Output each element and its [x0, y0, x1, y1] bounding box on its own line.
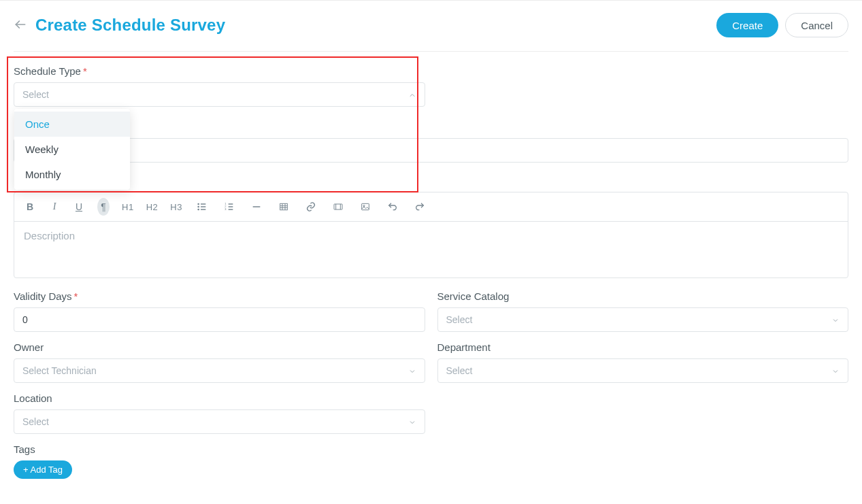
service-catalog-label: Service Catalog [437, 290, 849, 302]
description-field: Description B I U ¶ H1 H2 H3 123 [14, 175, 848, 278]
owner-label: Owner [14, 341, 425, 353]
tags-field: Tags + Add Tag [14, 443, 848, 479]
schedule-type-option-monthly[interactable]: Monthly [14, 162, 130, 187]
name-field [14, 138, 848, 163]
schedule-type-field: Schedule Type* Select Once Weekly Monthl… [14, 65, 425, 107]
schedule-type-dropdown: Once Weekly Monthly [14, 109, 130, 190]
editor-toolbar: B I U ¶ H1 H2 H3 123 [14, 192, 848, 222]
location-field: Location Select [14, 392, 425, 434]
svg-rect-19 [334, 204, 342, 209]
page-title: Create Schedule Survey [35, 16, 225, 35]
italic-icon[interactable]: I [48, 199, 61, 214]
svg-rect-14 [280, 203, 288, 209]
bold-icon[interactable]: B [24, 199, 36, 214]
owner-field: Owner Select Technician [14, 341, 425, 383]
department-placeholder: Select [446, 365, 473, 376]
create-schedule-survey-panel: Create Schedule Survey Create Cancel Sch… [0, 0, 862, 504]
tags-label: Tags [14, 443, 848, 455]
schedule-type-select[interactable]: Select Once Weekly Monthly [14, 82, 425, 107]
validity-days-field: Validity Days* [14, 290, 425, 332]
location-label: Location [14, 392, 425, 404]
svg-text:3: 3 [225, 207, 227, 211]
svg-point-5 [198, 206, 199, 207]
image-icon[interactable] [358, 199, 373, 214]
description-label: Description [14, 175, 848, 186]
required-marker: * [74, 290, 78, 302]
department-field: Department Select [437, 341, 849, 383]
service-catalog-select[interactable]: Select [437, 307, 849, 332]
description-editor-body[interactable]: Description [14, 222, 848, 278]
schedule-type-label-text: Schedule Type [14, 65, 81, 77]
service-catalog-placeholder: Select [446, 314, 473, 325]
chevron-down-icon [831, 367, 840, 375]
row-owner-department: Owner Select Technician Department Selec… [14, 341, 848, 392]
rich-text-editor: B I U ¶ H1 H2 H3 123 [14, 192, 848, 278]
name-input[interactable] [14, 138, 848, 163]
location-select[interactable]: Select [14, 409, 425, 434]
schedule-type-option-once[interactable]: Once [14, 112, 130, 137]
horizontal-rule-icon[interactable] [249, 199, 264, 214]
header-actions: Create Cancel [716, 13, 848, 37]
link-icon[interactable] [303, 199, 318, 214]
underline-icon[interactable]: U [73, 199, 85, 214]
numbered-list-icon[interactable]: 123 [222, 199, 237, 214]
row-validity-catalog: Validity Days* Service Catalog Select [14, 290, 848, 341]
svg-rect-22 [362, 203, 369, 209]
h1-icon[interactable]: H1 [122, 199, 134, 214]
owner-select[interactable]: Select Technician [14, 358, 425, 383]
chevron-down-icon [408, 418, 416, 426]
cancel-button[interactable]: Cancel [785, 13, 848, 37]
table-icon[interactable] [276, 199, 291, 214]
bullet-list-icon[interactable] [195, 199, 210, 214]
back-arrow-icon[interactable] [14, 18, 27, 33]
department-label: Department [437, 341, 849, 353]
owner-placeholder: Select Technician [22, 365, 97, 376]
video-icon[interactable] [331, 199, 346, 214]
service-catalog-field: Service Catalog Select [437, 290, 849, 332]
form: Schedule Type* Select Once Weekly Monthl… [14, 52, 848, 479]
chevron-up-icon [408, 90, 416, 99]
schedule-type-option-weekly[interactable]: Weekly [14, 137, 130, 162]
location-placeholder: Select [22, 416, 49, 427]
svg-point-4 [198, 203, 199, 204]
chevron-down-icon [408, 367, 416, 375]
add-tag-button[interactable]: + Add Tag [14, 460, 72, 479]
page-header: Create Schedule Survey Create Cancel [14, 13, 848, 52]
chevron-down-icon [831, 316, 840, 324]
undo-icon[interactable] [385, 199, 400, 214]
schedule-type-label: Schedule Type* [14, 65, 425, 77]
department-select[interactable]: Select [437, 358, 849, 383]
svg-point-6 [198, 209, 199, 209]
h3-icon[interactable]: H3 [170, 199, 182, 214]
validity-days-label: Validity Days* [14, 290, 425, 302]
validity-days-input[interactable] [14, 307, 425, 332]
h2-icon[interactable]: H2 [146, 199, 159, 214]
paragraph-icon[interactable]: ¶ [97, 198, 110, 216]
schedule-type-placeholder: Select [22, 89, 49, 100]
validity-days-label-text: Validity Days [14, 290, 72, 302]
required-marker: * [83, 65, 87, 77]
redo-icon[interactable] [412, 199, 427, 214]
create-button[interactable]: Create [716, 13, 778, 37]
header-left: Create Schedule Survey [14, 16, 225, 35]
